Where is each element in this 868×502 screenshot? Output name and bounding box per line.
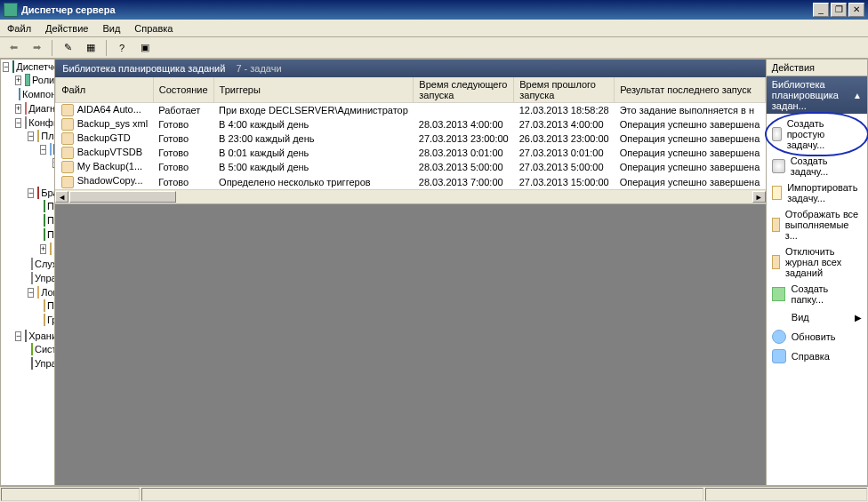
tasks-table[interactable]: Файл Состояние Триггеры Время следующего… [55,77,766,189]
window-title: Диспетчер сервера [21,4,813,15]
rule-icon [44,228,45,241]
tree-wmi[interactable]: Управляющий элемент W [35,273,55,283]
col-state[interactable]: Состояние [153,77,213,103]
menu-view[interactable]: Вид [95,21,127,36]
tree-backup-sys[interactable]: Система архивации данн [35,344,55,355]
scheduler-icon [37,130,39,142]
users-icon [37,286,39,299]
actions-title: Действия [767,60,867,76]
action-view[interactable]: Вид ▶ [767,307,867,327]
col-last-run[interactable]: Время прошлого запуска [514,77,615,103]
col-triggers[interactable]: Триггеры [213,77,414,103]
table-row[interactable]: BackupGTDГотовоВ 23:00 каждый день27.03.… [56,131,766,146]
help-icon[interactable]: ? [112,38,132,58]
tree-local-users[interactable]: Локальные пользователи [41,287,55,298]
col-file[interactable]: Файл [56,77,153,103]
action-refresh[interactable]: Обновить [767,327,867,347]
scroll-left-arrow[interactable]: ◄ [55,191,68,203]
actions-pane: Действия Библиотека планировщика задан..… [767,59,868,486]
folder-icon [772,255,780,269]
action-label: Создать папку... [791,283,862,305]
table-row[interactable]: My Backup(1...ГотовоВ 5:00 каждый день28… [56,160,766,174]
tree-rules-sec[interactable]: Правила безопасност [47,229,55,240]
tree-users[interactable]: Пользователи [47,300,55,311]
action-create-basic-task[interactable]: Создать простую задачу... [767,116,867,153]
actions-section-header[interactable]: Библиотека планировщика задан... ▲ [767,76,867,114]
action-show-running[interactable]: Отображать все выполняемые з... [767,206,867,243]
title-bar: Диспетчер сервера _ ❐ ✕ [0,0,868,20]
menu-file[interactable]: Файл [0,21,38,36]
scroll-right-arrow[interactable]: ► [752,191,766,203]
toolbar-extra-icon[interactable]: ▣ [135,38,155,58]
action-new-folder[interactable]: Создать папку... [767,281,867,307]
minimize-button[interactable]: _ [813,3,829,17]
action-label: Справка [792,351,830,362]
scroll-thumb[interactable] [69,191,176,203]
import-icon [772,186,782,200]
action-help[interactable]: Справка [767,347,867,366]
app-icon [4,3,18,17]
action-disable-log[interactable]: Отключить журнал всех заданий [767,243,867,281]
config-icon [25,116,27,129]
action-label: Создать простую задачу... [787,118,862,150]
collapse-icon[interactable]: ▲ [853,91,862,100]
maximize-button[interactable]: ❐ [831,3,847,17]
folder-icon [772,218,780,232]
task-icon [772,159,785,173]
menu-help[interactable]: Справка [127,21,180,36]
refresh-icon [772,330,786,344]
navigation-tree[interactable]: −Диспетчер сервера (DECLSERVER) +Роли Ко… [0,59,55,486]
action-create-task[interactable]: Создать задачу... [767,153,867,179]
content-subtitle: 7 - задачи [236,63,281,74]
storage-icon [25,330,27,342]
tree-components[interactable]: Компоненты [22,89,55,100]
table-row[interactable]: AIDA64 Auto...РаботаетПри входе DECLSERV… [56,103,766,118]
tree-rules-in[interactable]: Правила для входящ [47,201,55,211]
task-icon [61,176,74,188]
tree-services[interactable]: Службы [35,259,55,269]
menu-action[interactable]: Действие [38,21,95,36]
task-icon [61,132,74,145]
tree-firewall[interactable]: Брандмауэр Windows в ре [41,187,55,198]
action-label: Отображать все выполняемые з... [785,209,862,241]
tree-storage[interactable]: Хранилище [28,331,55,341]
task-icon [61,161,74,173]
tree-scheduler[interactable]: Планировщик заданий [41,131,55,141]
horizontal-scrollbar[interactable]: ◄ ► [55,189,766,203]
tree-diagnostics[interactable]: Диагностика [28,103,55,114]
archive-icon [31,343,33,355]
tree-disk-mgmt[interactable]: Управление дисками [35,358,55,369]
services-icon [31,258,33,270]
status-bar [0,486,868,502]
close-button[interactable]: ✕ [848,3,864,17]
submenu-arrow-icon: ▶ [855,313,862,323]
rule-icon [44,200,45,212]
tree-root[interactable]: Диспетчер сервера (DECLSERVER) [16,61,55,72]
tree-rules-out[interactable]: Правила для исходящ [47,215,55,226]
action-label: Отключить журнал всех заданий [785,246,862,278]
table-row[interactable]: BackupVTSDBГотовоВ 0:01 каждый день28.03… [56,146,766,160]
task-icon [61,104,74,116]
toolbar-table-icon[interactable]: ▦ [81,38,100,58]
main-content: Библиотека планировщика заданий 7 - зада… [55,59,767,486]
tree-configuration[interactable]: Конфигурация [28,117,55,128]
wmi-icon [31,272,33,284]
forward-button[interactable]: ➡ [27,38,46,58]
folder-icon [44,299,45,312]
tree-roles[interactable]: Роли [32,75,54,85]
table-row[interactable]: ShadowCopy...ГотовоОпределено несколько … [56,174,766,188]
disk-icon [31,357,33,370]
col-next-run[interactable]: Время следующего запуска [414,77,514,103]
details-area [55,204,766,485]
library-icon [50,143,52,155]
tree-groups[interactable]: Группы [47,315,55,325]
task-icon [61,147,74,159]
actions-section-label: Библиотека планировщика задан... [772,79,853,111]
action-import-task[interactable]: Импортировать задачу... [767,179,867,206]
table-row[interactable]: Backup_sys xmlГотовоВ 4:00 каждый день28… [56,117,766,131]
col-last-result[interactable]: Результат последнего запуск [615,77,766,103]
folder-icon [44,314,45,326]
toolbar-action-icon[interactable]: ✎ [58,38,77,58]
components-icon [19,88,20,100]
back-button[interactable]: ⬅ [4,38,23,58]
